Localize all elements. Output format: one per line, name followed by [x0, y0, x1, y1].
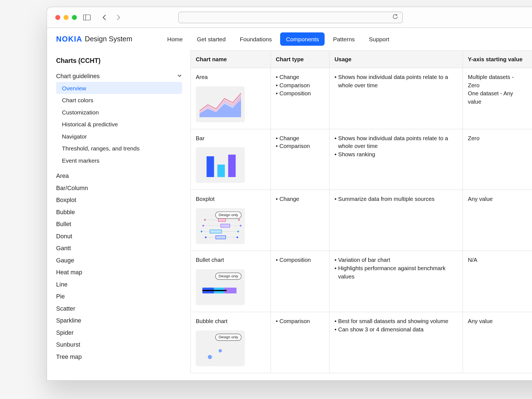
sidebar-item-line[interactable]: Line	[56, 278, 182, 290]
svg-point-23	[237, 237, 238, 238]
window-controls	[55, 15, 77, 20]
th-usage: Usage	[329, 50, 462, 68]
sidebar-item-donut[interactable]: Donut	[56, 230, 182, 242]
sidebar-item-threshold-ranges-and-trends[interactable]: Threshold, ranges, and trends	[56, 142, 182, 154]
sidebar-item-sparkline[interactable]: Sparkline	[56, 314, 182, 326]
cell-chart-name: Bullet chartDesign only	[191, 251, 271, 312]
brand-mark: NOKIA	[56, 35, 83, 44]
sidebar-item-navigator[interactable]: Navigator	[56, 130, 182, 142]
design-only-badge: Design only	[215, 334, 242, 341]
cell-chart-type: Change	[271, 190, 329, 251]
sidebar-item-scatter[interactable]: Scatter	[56, 302, 182, 314]
table-row: AreaChangeComparisonCompositionShows how…	[191, 68, 532, 129]
chart-thumbnail-bullet: Design only	[196, 269, 245, 305]
cell-usage: Best for small datasets and showing volu…	[329, 312, 462, 373]
chevron-down-icon	[177, 73, 182, 80]
svg-rect-0	[83, 15, 91, 20]
maximize-window-button[interactable]	[72, 15, 77, 20]
chart-type-item: Composition	[276, 89, 324, 98]
sidebar-item-gantt[interactable]: Gantt	[56, 242, 182, 254]
svg-rect-5	[207, 157, 214, 177]
svg-rect-9	[218, 218, 226, 222]
usage-item: Variation of bar chart	[334, 256, 457, 264]
svg-point-29	[219, 349, 222, 352]
primary-nav: HomeGet startedFoundationsComponentsPatt…	[161, 32, 395, 46]
chart-thumbnail-area	[196, 86, 245, 122]
chart-thumbnail-bubble: Design only	[196, 330, 245, 366]
nav-patterns[interactable]: Patterns	[327, 32, 360, 46]
sidebar-guidelines-list: OverviewChart colorsCustomizationHistori…	[56, 82, 182, 167]
sidebar-item-gauge[interactable]: Gauge	[56, 254, 182, 266]
sidebar-item-heat-map[interactable]: Heat map	[56, 266, 182, 278]
table-body: AreaChangeComparisonCompositionShows how…	[191, 68, 532, 373]
sidebar-item-area[interactable]: Area	[56, 170, 182, 182]
sidebar-item-event-markers[interactable]: Event markers	[56, 154, 182, 167]
cell-chart-type: ChangeComparisonComposition	[271, 68, 329, 129]
sidebar-section-chart-guidelines[interactable]: Chart guidelines	[56, 70, 182, 82]
minimize-window-button[interactable]	[64, 15, 69, 20]
chart-type-item: Change	[276, 134, 324, 142]
chart-name-label: Bullet chart	[196, 256, 265, 264]
chart-name-label: Boxplot	[196, 195, 265, 203]
close-window-button[interactable]	[55, 15, 60, 20]
brand-logo[interactable]: NOKIA Design System	[56, 35, 132, 44]
usage-item: Can show 3 or 4 dimensional data	[334, 325, 457, 334]
sidebar-item-boxplot[interactable]: Boxplot	[56, 194, 182, 206]
cell-chart-name: Bubble chartDesign only	[191, 312, 271, 373]
chart-name-label: Area	[196, 73, 265, 81]
svg-point-19	[237, 231, 239, 232]
sidebar-item-overview[interactable]: Overview	[56, 82, 182, 94]
table-row: BoxplotDesign onlyChangeSummarize data f…	[191, 190, 532, 251]
sidebar-item-bar-column[interactable]: Bar/Column	[56, 182, 182, 194]
sidebar-item-customization[interactable]: Customization	[56, 106, 182, 118]
sidebar: Charts (CCHT) Chart guidelines OverviewC…	[47, 50, 191, 380]
th-chart-name: Chart name	[191, 50, 271, 68]
address-bar[interactable]	[178, 11, 403, 23]
nav-foundations[interactable]: Foundations	[234, 32, 278, 46]
usage-item: Best for small datasets and showing volu…	[334, 317, 457, 325]
cell-chart-name: Bar	[191, 129, 271, 190]
table-header-row: Chart name Chart type Usage Y-axis start…	[191, 50, 532, 68]
forward-button[interactable]	[114, 14, 123, 21]
svg-point-15	[240, 225, 242, 227]
main-panel: Chart name Chart type Usage Y-axis start…	[190, 50, 532, 380]
svg-point-11	[238, 219, 240, 221]
sidebar-item-historical-predictive[interactable]: Historical & predictive	[56, 118, 182, 130]
cell-yaxis: Zero	[463, 129, 532, 190]
nav-get-started[interactable]: Get started	[191, 32, 232, 46]
site-header: NOKIA Design System HomeGet startedFound…	[47, 28, 532, 50]
sidebar-item-sunburst[interactable]: Sunburst	[56, 338, 182, 351]
nav-support[interactable]: Support	[363, 32, 395, 46]
sidebar-item-tree-map[interactable]: Tree map	[56, 351, 182, 363]
svg-rect-13	[221, 224, 230, 227]
chart-thumbnail-bar	[196, 147, 245, 183]
svg-point-14	[203, 225, 204, 227]
page-body: Charts (CCHT) Chart guidelines OverviewC…	[47, 50, 532, 380]
page-content: NOKIA Design System HomeGet startedFound…	[47, 28, 532, 380]
browser-titlebar	[47, 7, 532, 28]
cell-yaxis: N/A	[463, 251, 532, 312]
cell-usage: Variation of bar chartHighlights perform…	[329, 251, 462, 312]
reload-icon[interactable]	[392, 14, 398, 21]
sidebar-item-chart-colors[interactable]: Chart colors	[56, 94, 182, 106]
browser-nav-buttons	[100, 14, 123, 21]
chart-type-item: Comparison	[276, 142, 324, 151]
usage-item: Highlights performance against benchmark…	[334, 264, 457, 281]
svg-rect-6	[218, 165, 225, 177]
sidebar-toggle-icon[interactable]	[83, 14, 91, 21]
chart-type-item: Composition	[276, 256, 324, 264]
brand-subtitle: Design System	[85, 35, 132, 43]
chart-type-item: Comparison	[276, 81, 324, 90]
chart-thumbnail-box: Design only	[196, 208, 245, 244]
usage-item: Summarize data from multiple sources	[334, 195, 457, 203]
cell-usage: Shows how individual data points relate …	[329, 129, 462, 190]
back-button[interactable]	[100, 14, 109, 21]
sidebar-item-pie[interactable]: Pie	[56, 290, 182, 302]
sidebar-item-spider[interactable]: Spider	[56, 326, 182, 339]
sidebar-item-bubble[interactable]: Bubble	[56, 206, 182, 218]
sidebar-item-bullet[interactable]: Bullet	[56, 218, 182, 230]
nav-components[interactable]: Components	[280, 32, 325, 46]
sidebar-chart-types-list: AreaBar/ColumnBoxplotBubbleBulletDonutGa…	[56, 170, 182, 362]
table-row: Bullet chartDesign onlyCompositionVariat…	[191, 251, 532, 312]
nav-home[interactable]: Home	[161, 32, 188, 46]
